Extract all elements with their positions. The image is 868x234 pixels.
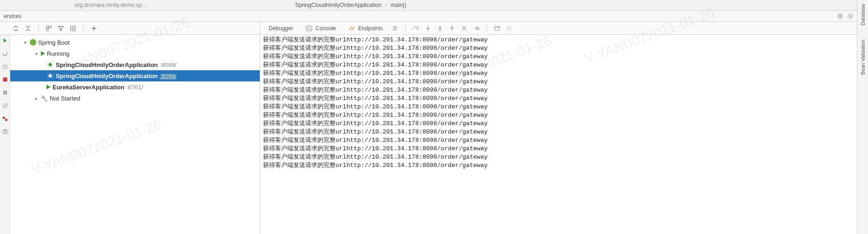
- panel-header: ervices: [0, 11, 868, 22]
- drop-frame-icon[interactable]: [460, 25, 468, 32]
- chevron-down-icon[interactable]: ▾: [22, 40, 28, 45]
- grid-icon[interactable]: [69, 25, 77, 32]
- console-line: 获得客户端发送请求的完整urlhttp://10.201.34.178:8098…: [263, 44, 855, 53]
- console-line: 获得客户端发送请求的完整urlhttp://10.201.34.178:8098…: [263, 145, 855, 153]
- app-name: SpringCloudHmilyOrderApplication: [56, 61, 158, 68]
- bug-run-icon: [46, 61, 54, 68]
- wrench-icon: [41, 95, 48, 102]
- app-name: EurekaServerApplication: [53, 84, 125, 91]
- play-icon: [46, 85, 51, 89]
- expand-all-icon[interactable]: [12, 25, 20, 32]
- svg-rect-4: [46, 26, 48, 27]
- svg-point-11: [427, 30, 428, 31]
- chevron-right-icon: ›: [385, 2, 387, 8]
- step-out-icon[interactable]: [448, 25, 456, 32]
- svg-point-31: [49, 63, 52, 67]
- svg-rect-22: [3, 91, 5, 95]
- console-line: 获得客户端发送请求的完整urlhttp://10.201.34.178:8098…: [263, 36, 855, 44]
- tab-console[interactable]: Console: [302, 22, 340, 34]
- tab-debugger[interactable]: Debugger: [265, 22, 297, 34]
- app-port[interactable]: :8099/: [160, 61, 177, 68]
- target-icon[interactable]: [836, 13, 844, 20]
- svg-point-32: [49, 74, 52, 78]
- stop-icon[interactable]: [1, 76, 9, 83]
- filter-icon[interactable]: [57, 25, 65, 32]
- svg-rect-21: [3, 78, 7, 82]
- svg-point-27: [5, 119, 7, 121]
- svg-point-20: [3, 65, 7, 68]
- tree-label: Not Started: [50, 95, 80, 102]
- toolbar: Debugger Console Endpoints: [0, 22, 868, 35]
- console-line: 获得客户端发送请求的完整urlhttp://10.201.34.178:8098…: [263, 78, 855, 86]
- app-port[interactable]: :8098/: [160, 73, 177, 80]
- app-name: SpringCloudHmilyOrderApplication: [56, 73, 158, 80]
- tab-label: Debugger: [269, 25, 293, 32]
- collapse-all-icon[interactable]: [24, 25, 32, 32]
- svg-point-1: [840, 15, 841, 17]
- console-line: 获得客户端发送请求的完整urlhttp://10.201.34.178:8098…: [263, 94, 855, 103]
- chevron-right-icon[interactable]: ▸: [33, 95, 39, 101]
- svg-rect-23: [5, 91, 7, 95]
- step-over-icon[interactable]: [412, 25, 420, 32]
- breadcrumb-item[interactable]: main(): [391, 2, 407, 8]
- left-gutter: [0, 35, 10, 234]
- evaluate-icon[interactable]: [493, 25, 501, 32]
- svg-rect-28: [2, 130, 7, 134]
- list-icon[interactable]: [391, 25, 399, 32]
- breadcrumb: SpringCloudHmilyOrderApplication › main(…: [295, 2, 406, 8]
- chevron-down-icon[interactable]: ▾: [33, 51, 39, 56]
- gear-icon[interactable]: [847, 13, 854, 20]
- run-icon[interactable]: [1, 50, 9, 57]
- console-line: 获得客户端发送请求的完整urlhttp://10.201.34.178:8098…: [263, 86, 855, 94]
- rerun-icon[interactable]: [1, 37, 9, 44]
- run-to-cursor-icon[interactable]: [473, 25, 480, 32]
- main-area: ▾ Spring Boot ▾ Running SpringCloudHmily…: [0, 35, 868, 234]
- force-step-into-icon[interactable]: [436, 25, 444, 32]
- tab-bean-validation[interactable]: Bean Validation: [860, 40, 866, 75]
- console-line: 获得客户端发送请求的完整urlhttp://10.201.34.178:8098…: [263, 61, 855, 69]
- console-line: 获得客户端发送请求的完整urlhttp://10.201.34.178:8098…: [263, 69, 855, 78]
- breakpoints-icon[interactable]: [1, 115, 9, 122]
- console-line: 获得客户端发送请求的完整urlhttp://10.201.34.178:8098…: [263, 103, 855, 111]
- console-line: 获得客户端发送请求的完整urlhttp://10.201.34.178:8098…: [263, 128, 855, 136]
- step-into-icon[interactable]: [424, 25, 432, 32]
- bug-run-icon: [46, 72, 54, 80]
- svg-rect-10: [306, 26, 312, 31]
- tree-root[interactable]: ▾ Spring Boot: [10, 37, 260, 48]
- spring-icon: [30, 39, 36, 46]
- pause-icon[interactable]: [1, 89, 9, 96]
- services-tree[interactable]: ▾ Spring Boot ▾ Running SpringCloudHmily…: [10, 35, 260, 234]
- tree-app-item-selected[interactable]: SpringCloudHmilyOrderApplication :8098/: [10, 70, 260, 81]
- svg-rect-6: [46, 28, 48, 30]
- trace-icon[interactable]: [506, 25, 513, 32]
- console-line: 获得客户端发送请求的完整urlhttp://10.201.34.178:8098…: [263, 120, 855, 128]
- console-line: 获得客户端发送请求的完整urlhttp://10.201.34.178:8098…: [263, 136, 855, 145]
- console-line: 获得客户端发送请求的完整urlhttp://10.201.34.178:8098…: [263, 153, 855, 161]
- console-line: 获得客户端发送请求的完整urlhttp://10.201.34.178:8098…: [263, 161, 855, 170]
- tab-database[interactable]: Database: [860, 4, 866, 26]
- tree-app-item[interactable]: SpringCloudHmilyOrderApplication :8099/: [10, 59, 260, 70]
- console-line: 获得客户端发送请求的完整urlhttp://10.201.34.178:8098…: [263, 111, 855, 120]
- tree-app-item[interactable]: EurekaServerApplication :8761/: [10, 81, 260, 93]
- svg-point-26: [2, 117, 5, 119]
- tree-notstarted-group[interactable]: ▸ Not Started: [10, 93, 260, 104]
- app-port[interactable]: :8761/: [126, 84, 143, 91]
- package-path: org.dromara.hmily.demo.sp...: [74, 2, 146, 8]
- tree-running-group[interactable]: ▾ Running: [10, 48, 260, 59]
- camera-icon[interactable]: [1, 128, 9, 135]
- right-tool-tabs: Database Bean Validation: [857, 0, 868, 234]
- svg-rect-15: [495, 26, 500, 30]
- console-output[interactable]: 获得客户端发送请求的完整urlhttp://10.201.34.178:8098…: [260, 35, 858, 234]
- add-icon[interactable]: [90, 25, 98, 32]
- tab-endpoints[interactable]: Endpoints: [344, 22, 387, 34]
- svg-point-12: [440, 30, 441, 31]
- tree-label: Running: [47, 50, 69, 57]
- debug-icon[interactable]: [1, 63, 9, 70]
- tree-label: Spring Boot: [38, 39, 70, 46]
- svg-point-29: [4, 131, 6, 133]
- top-bar: org.dromara.hmily.demo.sp... SpringCloud…: [0, 0, 868, 11]
- layout-icon[interactable]: [45, 25, 53, 32]
- tab-label: Endpoints: [358, 25, 383, 32]
- mute-breakpoints-icon[interactable]: [1, 102, 9, 109]
- breadcrumb-item[interactable]: SpringCloudHmilyOrderApplication: [295, 2, 381, 8]
